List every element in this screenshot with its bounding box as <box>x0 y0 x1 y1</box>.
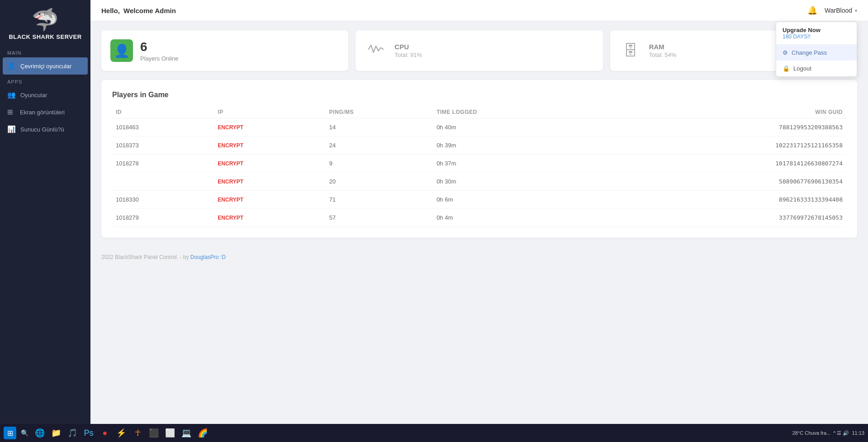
taskbar-weather: 28°C Chuva fra... <box>792 430 831 436</box>
footer-text: 2022 BlackShark Panel Control. - by <box>101 254 190 260</box>
sunucu-icon: 📊 <box>7 125 16 133</box>
lock-icon: 🔒 <box>783 65 790 72</box>
table-row: 1018330 ENCRYPT 71 0h 6m 896216333133394… <box>112 191 846 209</box>
greeting-prefix: Hello, <box>101 7 120 14</box>
sidebar-item-label-oyuncular: Oyuncular <box>20 92 47 99</box>
dropdown-header: Upgrade Now 180 DAYS!! <box>776 22 857 45</box>
cpu-subtitle: Total: 91% <box>394 52 422 58</box>
cell-time: 0h 39m <box>433 136 594 155</box>
page-footer: 2022 BlackShark Panel Control. - by Doug… <box>90 247 868 268</box>
cell-guid: 788129953209388563 <box>594 118 846 136</box>
cell-ping: 57 <box>326 209 433 227</box>
cell-time: 0h 37m <box>433 155 594 173</box>
cell-ping: 20 <box>326 173 433 191</box>
cell-ping: 71 <box>326 191 433 209</box>
cell-time: 0h 4m <box>433 209 594 227</box>
players-online-card: 👤 6 Players Online <box>101 30 348 71</box>
stats-row: 👤 6 Players Online CPU <box>90 21 868 71</box>
table-row: 1018373 ENCRYPT 24 0h 39m 10223171251211… <box>112 136 846 155</box>
sidebar-item-cevrimici[interactable]: 👤 Çevrimiçi oyuncular <box>3 57 88 75</box>
footer-link[interactable]: DouglasPro :D <box>190 254 226 260</box>
header-right: 🔔 WarBlood ▾ <box>807 5 857 15</box>
taskbar-app-ps[interactable]: Ps <box>81 426 96 440</box>
cell-id: 1018330 <box>112 191 214 209</box>
change-pass-item[interactable]: ⚙ Change Pass <box>776 45 857 61</box>
cell-guid: 1017814126630807274 <box>594 155 846 173</box>
taskbar-app-edge[interactable]: 🌐 <box>33 426 47 440</box>
cell-id: 1018373 <box>112 136 214 155</box>
cell-id: 1018463 <box>112 118 214 136</box>
cell-ip[interactable]: ENCRYPT <box>214 136 326 155</box>
players-icon-box: 👤 <box>110 39 133 62</box>
cell-id <box>112 173 214 191</box>
cpu-icon-box <box>365 39 387 62</box>
taskbar: ⊞ 🔍 🌐 📁 🎵 Ps ● ⚡ ☥ ⬛ ⬜ 💻 🌈 28°C Chuva fr… <box>0 424 868 442</box>
start-button[interactable]: ⊞ <box>4 427 16 439</box>
cpu-card: CPU Total: 91% <box>356 30 602 71</box>
taskbar-app-chrome[interactable]: 🌈 <box>195 426 210 440</box>
cpu-title: CPU <box>394 43 422 51</box>
taskbar-app-music[interactable]: 🎵 <box>65 426 80 440</box>
cell-ip[interactable]: ENCRYPT <box>214 173 326 191</box>
players-table: ID IP PING/MS TIME LOGGED WIN GUID 10184… <box>112 106 846 227</box>
cell-ping: 24 <box>326 136 433 155</box>
taskbar-app-ankh[interactable]: ☥ <box>130 426 145 440</box>
cevrimici-icon: 👤 <box>7 62 16 70</box>
taskbar-app-cube[interactable]: ⬛ <box>147 426 161 440</box>
cell-time: 0h 6m <box>433 191 594 209</box>
col-id: ID <box>112 106 214 118</box>
players-label: Players Online <box>140 55 179 62</box>
sidebar-item-label-ekran: Ekran görüntüleri <box>20 109 65 116</box>
taskbar-left: ⊞ 🔍 🌐 📁 🎵 Ps ● ⚡ ☥ ⬛ ⬜ 💻 🌈 <box>4 426 210 440</box>
user-menu-button[interactable]: WarBlood ▾ <box>825 7 857 14</box>
waveform-svg <box>368 41 384 57</box>
cell-guid: 508906776906130354 <box>594 173 846 191</box>
taskbar-app-orange[interactable]: ⚡ <box>114 426 128 440</box>
cell-ip[interactable]: ENCRYPT <box>214 191 326 209</box>
table-row: 1018278 ENCRYPT 9 0h 37m 101781412663080… <box>112 155 846 173</box>
main-content: Hello, Welcome Admin 🔔 WarBlood ▾ Upgrad… <box>90 0 868 442</box>
cell-id: 1018279 <box>112 209 214 227</box>
cell-ip[interactable]: ENCRYPT <box>214 155 326 173</box>
col-ping: PING/MS <box>326 106 433 118</box>
taskbar-app-term[interactable]: ⬜ <box>163 426 177 440</box>
logout-label: Logout <box>793 65 811 72</box>
taskbar-time: 11:13 <box>852 430 864 436</box>
greeting-name: Welcome Admin <box>123 7 176 14</box>
ram-subtitle: Total: 54% <box>649 52 677 58</box>
taskbar-right: 28°C Chuva fra... ^ ☰ 🔊 11:13 <box>792 430 864 436</box>
cpu-wave-icon <box>368 41 384 61</box>
cell-ip[interactable]: ENCRYPT <box>214 118 326 136</box>
upgrade-days-label: 180 DAYS!! <box>783 33 850 40</box>
database-icon: 🗄 <box>623 42 638 59</box>
sidebar-item-oyuncular[interactable]: 👥 Oyuncular <box>0 86 90 103</box>
chevron-down-icon: ▾ <box>855 8 857 13</box>
sidebar-item-label-sunucu: Sunucu Günlü?ü <box>20 126 64 133</box>
header-greeting: Hello, Welcome Admin <box>101 7 176 14</box>
taskbar-app-folder[interactable]: 📁 <box>49 426 63 440</box>
sidebar-item-sunucu[interactable]: 📊 Sunucu Günlü?ü <box>0 121 90 138</box>
col-guid: WIN GUID <box>594 106 846 118</box>
user-name: WarBlood <box>825 7 852 14</box>
user-dropdown-menu: Upgrade Now 180 DAYS!! ⚙ Change Pass 🔒 L… <box>776 22 857 77</box>
cpu-info: CPU Total: 91% <box>394 43 422 58</box>
players-count: 6 <box>140 40 179 54</box>
sidebar-item-ekran[interactable]: ⊞ Ekran görüntüleri <box>0 103 90 121</box>
gear-icon: ⚙ <box>783 49 788 56</box>
ekran-icon: ⊞ <box>7 108 15 116</box>
cell-id: 1018278 <box>112 155 214 173</box>
sidebar-section-main: Main <box>0 46 90 57</box>
sidebar-section-apps: Apps <box>0 75 90 86</box>
cell-ping: 9 <box>326 155 433 173</box>
sidebar-item-label-cevrimici: Çevrimiçi oyuncular <box>20 63 71 70</box>
players-table-section: Players in Game ID IP PING/MS TIME LOGGE… <box>101 80 857 238</box>
taskbar-app-vscode[interactable]: 💻 <box>179 426 194 440</box>
table-title: Players in Game <box>112 91 846 99</box>
taskbar-app-red[interactable]: ● <box>98 426 112 440</box>
cell-guid: 896216333133394408 <box>594 191 846 209</box>
notification-icon[interactable]: 🔔 <box>807 5 817 15</box>
cell-ip[interactable]: ENCRYPT <box>214 209 326 227</box>
search-taskbar-button[interactable]: 🔍 <box>18 427 31 439</box>
logout-item[interactable]: 🔒 Logout <box>776 61 857 76</box>
table-row: 1018463 ENCRYPT 14 0h 40m 78812995320938… <box>112 118 846 136</box>
